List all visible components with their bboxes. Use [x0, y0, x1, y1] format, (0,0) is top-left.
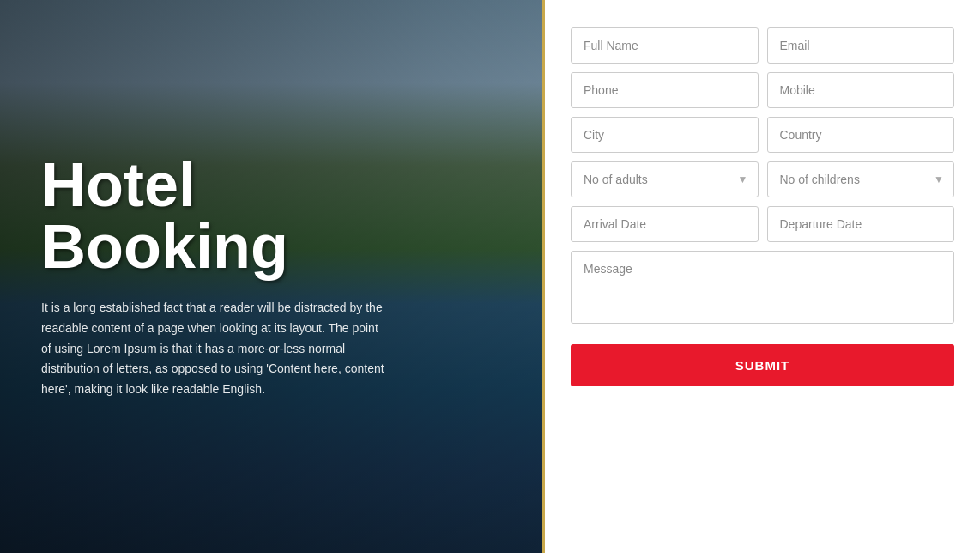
submit-button[interactable]: SUBMIT — [571, 344, 954, 386]
form-row-6 — [571, 251, 954, 327]
form-row-2 — [571, 72, 954, 108]
arrival-date-field — [571, 206, 759, 242]
title-line2: Booking — [41, 212, 288, 281]
form-row-4: No of adults 1 2 3 4 5+ ▼ No of children… — [571, 161, 954, 198]
departure-date-input[interactable] — [767, 206, 955, 242]
form-row-5 — [571, 206, 954, 242]
booking-form-panel: No of adults 1 2 3 4 5+ ▼ No of children… — [542, 0, 980, 553]
page-description: It is a long established fact that a rea… — [41, 298, 384, 400]
form-row-1 — [571, 27, 954, 64]
mobile-input[interactable] — [767, 72, 955, 108]
arrival-date-input[interactable] — [571, 206, 759, 242]
page-title: Hotel Booking — [41, 154, 384, 277]
left-panel: Hotel Booking It is a long established f… — [41, 154, 384, 400]
country-field — [767, 117, 955, 153]
city-input[interactable] — [571, 117, 759, 153]
full-name-input[interactable] — [571, 27, 759, 64]
country-input[interactable] — [767, 117, 955, 153]
title-line1: Hotel — [41, 150, 196, 219]
message-textarea[interactable] — [571, 251, 954, 324]
phone-field — [571, 72, 759, 108]
adults-field: No of adults 1 2 3 4 5+ ▼ — [571, 161, 759, 198]
childrens-field: No of childrens 0 1 2 3 4+ ▼ — [767, 161, 955, 198]
departure-date-field — [767, 206, 955, 242]
adults-select[interactable]: No of adults 1 2 3 4 5+ — [571, 161, 759, 198]
message-field — [571, 251, 954, 327]
booking-form: No of adults 1 2 3 4 5+ ▼ No of children… — [571, 27, 954, 386]
form-row-3 — [571, 117, 954, 153]
phone-input[interactable] — [571, 72, 759, 108]
full-name-field — [571, 27, 759, 64]
email-input[interactable] — [767, 27, 955, 64]
city-field — [571, 117, 759, 153]
mobile-field — [767, 72, 955, 108]
email-field — [767, 27, 955, 64]
childrens-select[interactable]: No of childrens 0 1 2 3 4+ — [767, 161, 955, 198]
